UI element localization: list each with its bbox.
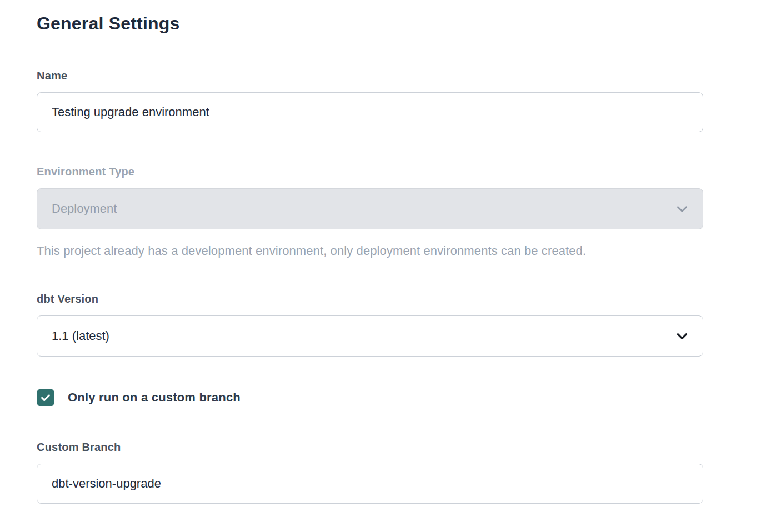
- custom-branch-field-group: Custom Branch: [37, 441, 703, 504]
- settings-form: General Settings Name Environment Type D…: [37, 13, 703, 504]
- general-settings-page: General Settings Name Environment Type D…: [0, 0, 781, 532]
- custom-branch-checkbox-row: Only run on a custom branch: [37, 389, 703, 406]
- environment-type-select: Deployment: [37, 188, 703, 229]
- custom-branch-checkbox-label: Only run on a custom branch: [68, 390, 241, 405]
- custom-branch-input[interactable]: [37, 464, 703, 504]
- chevron-down-icon: [675, 329, 689, 343]
- environment-type-label: Environment Type: [37, 165, 703, 178]
- dbt-version-field-group: dbt Version 1.1 (latest): [37, 293, 703, 357]
- environment-type-help-text: This project already has a development e…: [37, 244, 703, 258]
- chevron-down-icon: [675, 202, 689, 216]
- environment-type-field-group: Environment Type Deployment This project…: [37, 165, 703, 258]
- dbt-version-label: dbt Version: [37, 293, 703, 305]
- name-input[interactable]: [37, 92, 703, 132]
- name-label: Name: [37, 69, 703, 82]
- page-title: General Settings: [37, 13, 703, 34]
- checkmark-icon: [39, 392, 52, 404]
- name-field-group: Name: [37, 69, 703, 132]
- custom-branch-label: Custom Branch: [37, 441, 703, 454]
- dbt-version-selected-value: 1.1 (latest): [52, 329, 109, 343]
- dbt-version-select[interactable]: 1.1 (latest): [37, 315, 703, 357]
- custom-branch-checkbox[interactable]: [37, 389, 54, 406]
- environment-type-selected-value: Deployment: [52, 202, 117, 216]
